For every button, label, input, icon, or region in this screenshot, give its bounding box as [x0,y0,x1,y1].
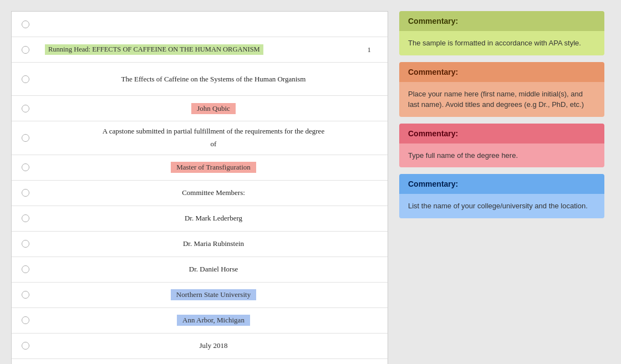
row-content-name: John Qubic [39,99,388,119]
degree-text: Master of Transfiguration [171,162,256,173]
row-content-date: July 2018 [39,337,388,355]
capstone-line1: A capstone submitted in partial fulfillm… [103,126,324,137]
bullet-circle [22,342,29,350]
bullet-circle [22,134,29,142]
date-text: July 2018 [200,341,228,350]
bullet-circle [22,214,29,222]
row-content-title: The Effects of Caffeine on the Systems o… [39,70,388,88]
location-text: Ann Arbor, Michigan [177,315,250,326]
row-content-university: Northern State University [39,285,388,305]
row-content-location: Ann Arbor, Michigan [39,310,388,330]
bullet-circle [22,240,29,248]
bullet-circle [22,46,29,54]
row-content-member3: Dr. Daniel Horse [39,260,388,278]
bullet-name [12,105,39,112]
bullet-circle [22,316,29,324]
bullet-empty-top [12,20,39,28]
commentary-panel-pink: Commentary: Type full name of the degree… [399,124,604,168]
capstone-text-block: A capstone submitted in partial fulfillm… [45,126,382,150]
row-content-degree: Master of Transfiguration [39,157,388,177]
doc-row-committee-label: Committee Members: [12,181,388,206]
row-content-running-head: Running Head: EFFECTS OF CAFFEINE ON THE… [39,40,388,59]
page-number: 1 [368,45,371,54]
doc-row-empty-top [12,12,388,37]
commentary-body-blue: List the name of your college/university… [399,194,604,218]
committee-label-text: Committee Members: [182,188,245,197]
bullet-member2 [12,240,39,248]
row-content-empty-top [39,20,388,29]
doc-row-university: Northern State University [12,283,388,308]
bullet-circle [22,189,29,197]
commentary-header-blue: Commentary: [399,174,604,194]
bullet-title [12,75,39,83]
commentary-body-green: The sample is formatted in accordance wi… [399,31,604,55]
commentary-body-orange: Place your name here (first name, middle… [399,82,604,117]
document-page: Running Head: EFFECTS OF CAFFEINE ON THE… [11,11,388,364]
doc-row-member2: Dr. Maria Rubinstein [12,232,388,257]
commentary-panel-blue: Commentary: List the name of your colleg… [399,174,604,218]
commentary-container: Commentary: The sample is formatted in a… [399,11,604,218]
capstone-line2: of [211,139,217,150]
row-content-member2: Dr. Maria Rubinstein [39,235,388,253]
commentary-header-orange: Commentary: [399,62,604,82]
bullet-university [12,291,39,299]
commentary-panel-green: Commentary: The sample is formatted in a… [399,11,604,55]
bullet-circle [22,105,29,112]
bullet-degree [12,163,39,171]
doc-row-empty-bottom [12,359,388,364]
row-content-capstone: A capstone submitted in partial fulfillm… [39,121,388,155]
doc-row-capstone: A capstone submitted in partial fulfillm… [12,121,388,155]
commentary-panel-orange: Commentary: Place your name here (first … [399,62,604,117]
commentary-header-green: Commentary: [399,11,604,31]
doc-row-name: John Qubic [12,96,388,121]
doc-row-title: The Effects of Caffeine on the Systems o… [12,63,388,96]
member1-text: Dr. Mark Lederberg [185,214,242,222]
bullet-committee-label [12,189,39,197]
member3-text: Dr. Daniel Horse [189,265,238,273]
bullet-capstone [12,134,39,142]
doc-row-member1: Dr. Mark Lederberg [12,206,388,232]
bullet-member1 [12,214,39,222]
bullet-member3 [12,265,39,273]
row-content-member1: Dr. Mark Lederberg [39,209,388,227]
university-text: Northern State University [171,289,256,300]
row-content-committee-label: Committee Members: [39,184,388,202]
doc-row-location: Ann Arbor, Michigan [12,308,388,334]
bullet-running-head [12,46,39,54]
doc-row-running-head: Running Head: EFFECTS OF CAFFEINE ON THE… [12,37,388,63]
author-name: John Qubic [191,103,236,114]
title-text: The Effects of Caffeine on the Systems o… [121,75,306,83]
bullet-location [12,316,39,324]
doc-row-degree: Master of Transfiguration [12,155,388,181]
doc-row-date: July 2018 [12,334,388,359]
bullet-circle [22,265,29,273]
running-head-text: Running Head: EFFECTS OF CAFFEINE ON THE… [45,44,263,55]
doc-row-member3: Dr. Daniel Horse [12,257,388,283]
bullet-circle [22,291,29,299]
bullet-circle [22,75,29,83]
commentary-header-pink: Commentary: [399,124,604,143]
commentary-body-pink: Type full name of the degree here. [399,143,604,168]
bullet-circle [22,163,29,171]
member2-text: Dr. Maria Rubinstein [183,239,244,248]
bullet-date [12,342,39,350]
bullet-circle [22,20,29,28]
